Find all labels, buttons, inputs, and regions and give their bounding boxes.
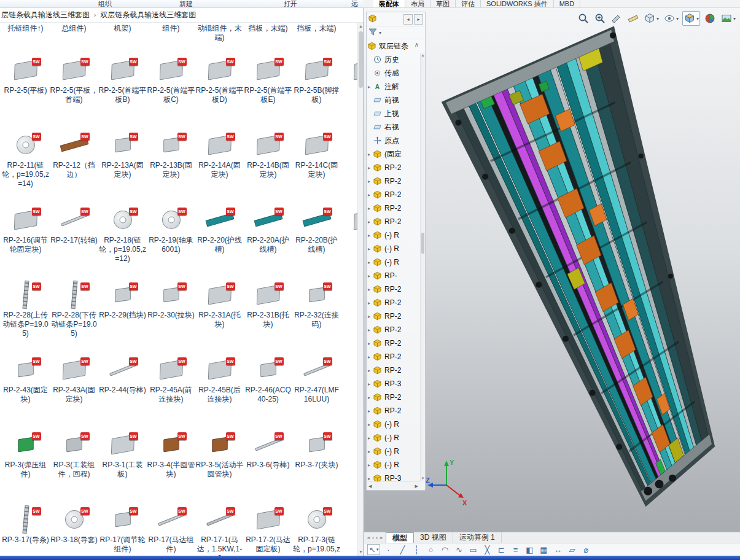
file-item[interactable]: SWRP-17-2(马达固定板) — [244, 500, 292, 556]
tree-item[interactable]: ▸RP-3 — [367, 377, 420, 391]
tab-nav-arrow-icon[interactable]: ‹ — [372, 535, 374, 541]
file-item[interactable]: SW固 — [341, 126, 357, 201]
file-item[interactable]: SWRP-2-13A(固定块) — [98, 126, 147, 201]
expand-arrow-icon[interactable]: ▸ — [368, 233, 373, 238]
expand-arrow-icon[interactable]: ▸ — [368, 462, 373, 468]
tree-item[interactable]: ▸RP-2 — [367, 215, 420, 228]
status-tab[interactable]: 模型 — [386, 532, 414, 543]
file-item[interactable]: SWRP-2-5B(脚撑板) — [292, 51, 341, 126]
status-tab[interactable]: 3D 视图 — [414, 532, 453, 543]
tree-item[interactable]: ▸RP-2 — [367, 174, 420, 188]
hide-show-icon[interactable]: ▾ — [663, 12, 679, 25]
tree-item[interactable]: ▸(-) R — [367, 458, 420, 472]
file-item[interactable]: SWRP-3-1(工装板) — [98, 426, 147, 500]
tree-item[interactable]: 右视 — [367, 120, 420, 134]
file-item[interactable]: SWRP-3-7(夹块) — [292, 426, 341, 500]
file-item[interactable]: SWRP-3-5(活动半圆管块) — [195, 426, 244, 500]
filter-caret-icon[interactable]: ▾ — [379, 30, 381, 36]
file-item[interactable]: SWRP-3-4(半圆管块) — [147, 426, 195, 500]
expand-arrow-icon[interactable]: ▸ — [368, 179, 373, 184]
fm-hscrollbar[interactable]: ◀ ▶ — [367, 481, 420, 490]
expand-arrow-icon[interactable]: ▸ — [368, 165, 373, 171]
expand-arrow-icon[interactable]: ▸ — [368, 395, 373, 400]
tree-item[interactable]: ▸(-) R — [367, 228, 420, 242]
tree-item[interactable]: ▸RP-3 — [367, 472, 420, 481]
tree-item[interactable]: 前视 — [367, 93, 420, 107]
tree-item[interactable]: ▸RP- — [367, 269, 420, 282]
tree-item[interactable]: ▸RP-2 — [367, 309, 420, 323]
file-item[interactable]: SWRP-2-20A(护线槽) — [244, 201, 292, 276]
offset-icon[interactable]: ≡ — [509, 544, 521, 555]
tree-item[interactable]: ▸(固定 — [367, 147, 420, 161]
file-item[interactable]: SWRP-2-5(首端平板B) — [98, 51, 147, 126]
file-item[interactable]: SWRP-2-12（挡边） — [50, 126, 98, 201]
file-item[interactable]: SWRP-17(马达组件) — [147, 500, 195, 556]
file-item[interactable]: SWRP-2-31A(托块) — [195, 276, 244, 351]
tab-nav-arrow-icon[interactable]: › — [376, 535, 378, 541]
tree-item[interactable]: ▸RP-2 — [367, 296, 420, 309]
command-tab[interactable]: 装配体 — [373, 0, 405, 8]
filter-funnel-icon[interactable] — [368, 28, 377, 37]
file-item[interactable]: SWRP-2-28(下传动链条P=19.05) — [50, 276, 98, 351]
file-item[interactable]: SWRP-2-43(固定块) — [1, 351, 50, 426]
tree-item[interactable]: ▸RP-2 — [367, 282, 420, 296]
file-item[interactable]: SWRP-17-3(链轮，p=19.05,z — [292, 500, 341, 556]
command-tab[interactable]: 布局 — [405, 0, 430, 8]
file-item[interactable]: SWRP-2-32(连接码) — [292, 276, 341, 351]
file-item[interactable]: SWRP-2-31B(托块) — [244, 276, 292, 351]
file-item[interactable]: SW08 — [341, 201, 357, 276]
point-icon[interactable]: · — [382, 544, 394, 555]
pattern-icon[interactable]: ▦ — [537, 544, 550, 555]
centerline-icon[interactable]: ┆ — [410, 544, 423, 555]
tree-item[interactable]: ▸RP-2 — [367, 350, 420, 364]
file-item[interactable]: SWRP-17(调节轮组件) — [98, 500, 147, 556]
tree-item[interactable]: ▸A注解 — [367, 80, 420, 93]
dropdown-caret-icon[interactable]: ▾ — [656, 16, 659, 21]
viewport[interactable]: Y Z X ▾▾▾▾ ◂▸ ▾ 双层链条 ∧ — [364, 8, 740, 532]
fm-scrollbar-thumb[interactable] — [421, 233, 424, 254]
expand-arrow-icon[interactable]: ▸ — [368, 152, 373, 157]
tree-item[interactable]: ▸RP-2 — [367, 201, 420, 215]
edit-appearance-icon[interactable] — [703, 12, 717, 25]
fm-hscroll-right-icon[interactable]: ▶ — [415, 484, 418, 489]
line-icon[interactable]: ╱ — [396, 544, 408, 555]
breadcrumb-item[interactable]: 层链条载具输送线三维套图 — [1, 10, 90, 20]
tree-item[interactable]: ▸RP-2 — [367, 161, 420, 174]
tree-item[interactable]: 上视 — [367, 107, 420, 120]
file-item[interactable]: SWRP-17-1(马达，1.5KW,1-2 — [195, 500, 244, 556]
expand-arrow-icon[interactable]: ▸ — [368, 84, 373, 90]
view-orientation-icon[interactable]: ▾ — [682, 11, 700, 26]
tree-item[interactable]: ▸RP-2 — [367, 188, 420, 201]
dimension-icon[interactable]: ↔ — [551, 544, 564, 555]
select-tool-icon[interactable]: ↖▾ — [367, 544, 380, 555]
command-tab[interactable]: 评估 — [456, 0, 481, 8]
tree-item[interactable]: ▸(-) R — [367, 431, 420, 445]
expand-arrow-icon[interactable]: ▸ — [368, 287, 373, 292]
file-item[interactable]: SWRP-2-19(轴承6001) — [147, 201, 195, 276]
file-item[interactable]: SW条 — [341, 51, 357, 126]
file-item[interactable]: SWRP-2-14C(固定块) — [292, 126, 341, 201]
command-tab[interactable]: MBD — [554, 0, 580, 8]
file-item[interactable]: SW轴 — [341, 500, 357, 556]
expand-arrow-icon[interactable]: ▸ — [368, 300, 373, 306]
tree-item[interactable]: ▸(-) R — [367, 418, 420, 431]
file-item[interactable]: SW挡 — [341, 351, 357, 426]
file-item[interactable]: SWRP-2-30(拉块) — [147, 276, 195, 351]
zoom-fit-icon[interactable] — [577, 12, 590, 25]
dropdown-caret-icon[interactable]: ▾ — [733, 16, 736, 21]
file-item[interactable]: SWRP-2-45B(后连接块) — [195, 351, 244, 426]
tree-item[interactable]: ▸RP-2 — [367, 336, 420, 350]
tab-nav-arrow-icon[interactable]: » — [380, 535, 383, 541]
tree-item[interactable]: 原点 — [367, 134, 420, 147]
expand-arrow-icon[interactable]: ▸ — [368, 246, 373, 252]
expand-arrow-icon[interactable]: ▸ — [368, 341, 373, 346]
explorer-toolbar-item[interactable]: 新建 — [179, 0, 193, 8]
file-item[interactable]: SWRP-2-13B(固定块) — [147, 126, 195, 201]
file-item[interactable]: SWRP-2-16(调节轮固定块) — [1, 201, 50, 276]
mirror-icon[interactable]: ◧ — [523, 544, 536, 555]
file-item[interactable]: SWRP-2-47(LMF16LUU) — [292, 351, 341, 426]
arc-icon[interactable]: ◠ — [438, 544, 451, 555]
expand-arrow-icon[interactable]: ▸ — [368, 422, 373, 427]
tree-item[interactable]: ▸RP-2 — [367, 364, 420, 377]
expand-arrow-icon[interactable]: ▸ — [368, 206, 373, 211]
